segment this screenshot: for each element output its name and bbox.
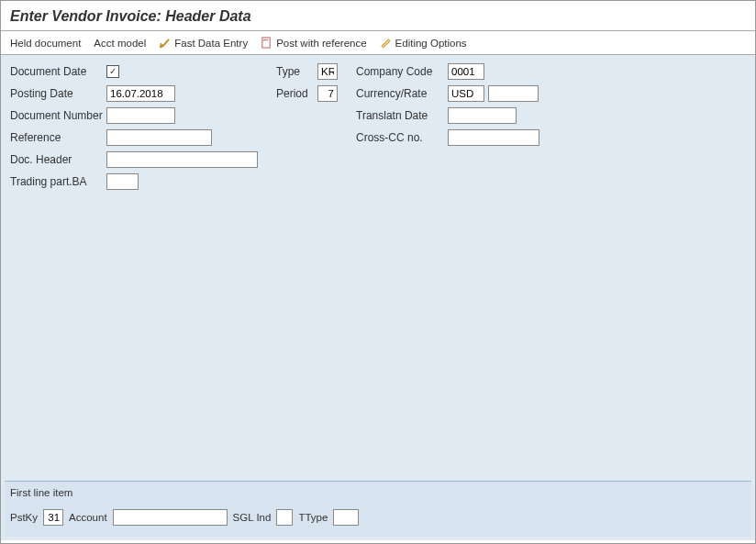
pstky-input[interactable] (43, 509, 63, 526)
cross-cc-input[interactable] (448, 129, 539, 146)
cross-cc-label: Cross-CC no. (356, 131, 448, 144)
sgl-ind-input[interactable] (276, 509, 293, 526)
reference-label: Reference (10, 131, 106, 144)
first-line-item-section: First line item PstKy Account SGL Ind TT… (5, 481, 751, 537)
document-icon (261, 37, 272, 49)
editing-options-label: Editing Options (395, 38, 467, 49)
company-code-input[interactable] (448, 63, 484, 80)
account-label: Account (69, 512, 107, 523)
period-input[interactable] (317, 85, 338, 102)
doc-header-label: Doc. Header (10, 153, 106, 166)
document-number-input[interactable] (106, 107, 175, 124)
period-label: Period (276, 87, 317, 100)
type-input[interactable] (317, 63, 338, 80)
rate-input[interactable] (488, 85, 539, 102)
trading-part-ba-label: Trading part.BA (10, 175, 106, 188)
held-document-button[interactable]: Held document (10, 38, 81, 49)
currency-input[interactable] (448, 85, 484, 102)
posting-date-label: Posting Date (10, 87, 106, 100)
sgl-ind-label: SGL Ind (233, 512, 272, 523)
translatn-date-input[interactable] (448, 107, 517, 124)
doc-header-input[interactable] (106, 151, 258, 168)
document-date-checkbox[interactable]: ✓ (106, 65, 119, 78)
currency-rate-label: Currency/Rate (356, 87, 448, 100)
toolbar: Held document Acct model Fast Data Entry… (1, 31, 755, 55)
pstky-label: PstKy (10, 512, 38, 523)
posting-date-input[interactable] (106, 85, 175, 102)
fast-data-entry-button[interactable]: Fast Data Entry (159, 37, 248, 49)
reference-input[interactable] (106, 129, 212, 146)
first-line-item-title: First line item (10, 485, 746, 504)
trading-part-ba-input[interactable] (106, 173, 139, 190)
post-with-reference-label: Post with reference (276, 38, 366, 49)
company-code-label: Company Code (356, 65, 448, 78)
post-with-reference-button[interactable]: Post with reference (261, 37, 366, 49)
pencil-check-icon (159, 37, 171, 49)
document-date-label: Document Date (10, 65, 106, 78)
acct-model-button[interactable]: Acct model (94, 38, 146, 49)
account-input[interactable] (113, 509, 228, 526)
translatn-date-label: Translatn Date (356, 109, 448, 122)
pencil-icon (380, 37, 392, 49)
ttype-input[interactable] (333, 509, 359, 526)
ttype-label: TType (298, 512, 328, 523)
svg-rect-0 (160, 45, 162, 48)
page-title: Enter Vendor Invoice: Header Data (1, 1, 755, 31)
document-number-label: Document Number (10, 109, 106, 122)
type-label: Type (276, 65, 317, 78)
fast-data-entry-label: Fast Data Entry (174, 38, 248, 49)
editing-options-button[interactable]: Editing Options (380, 37, 467, 49)
svg-rect-1 (262, 38, 270, 48)
